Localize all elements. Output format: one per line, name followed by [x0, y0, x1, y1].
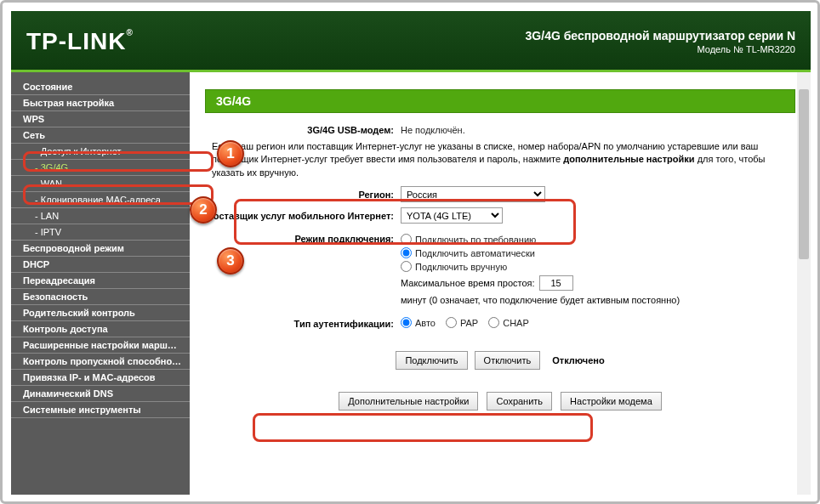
marker-1: 1 [217, 140, 244, 167]
marker-2: 2 [190, 196, 217, 224]
nav-item-13[interactable]: Безопасность [11, 289, 190, 305]
nav-item-5[interactable]: - 3G/4G [11, 160, 190, 176]
conn-mode-demand[interactable] [401, 234, 412, 245]
conn-mode-auto[interactable] [401, 247, 412, 258]
nav-item-3[interactable]: Сеть [11, 127, 190, 144]
conn-mode-manual[interactable] [401, 261, 412, 272]
product-model: Модель № TL-MR3220 [526, 44, 795, 54]
nav-item-6[interactable]: - WAN [11, 176, 190, 192]
info-note: Если ваш регион или поставщик Интернет-у… [205, 140, 795, 179]
sidebar-nav: СостояниеБыстрая настройкаWPSСеть- Досту… [11, 72, 190, 495]
section-title: 3G/4G [205, 89, 795, 113]
max-idle-label: Максимальное время простоя: [401, 278, 535, 288]
auth-auto[interactable] [401, 317, 412, 328]
conn-mode-label: Режим подключения: [205, 234, 401, 244]
nav-item-7[interactable]: - Клонирование MAC-адреса [11, 192, 190, 208]
nav-item-18[interactable]: Привязка IP- и MAC-адресов [11, 370, 190, 386]
nav-item-15[interactable]: Контроль доступа [11, 321, 190, 337]
auth-chap[interactable] [488, 317, 499, 328]
modem-settings-button[interactable]: Настройки модема [561, 392, 662, 411]
header: TP-LINK® 3G/4G беспроводной маршрутизато… [11, 11, 811, 72]
nav-item-10[interactable]: Беспроводной режим [11, 241, 190, 257]
location-select[interactable]: Россия [401, 186, 545, 202]
marker-3: 3 [217, 247, 244, 275]
isp-label: Поставщик услуг мобильного Интернет: [205, 211, 401, 221]
main-content: 3G/4G 3G/4G USB-модем: Не подключён. Есл… [190, 72, 811, 495]
scroll-thumb[interactable] [799, 89, 809, 259]
nav-item-20[interactable]: Системные инструменты [11, 402, 190, 418]
save-button[interactable]: Сохранить [487, 392, 552, 411]
conn-status: Отключено [552, 355, 604, 365]
max-idle-input[interactable] [539, 275, 573, 291]
isp-select[interactable]: YOTA (4G LTE) [401, 207, 503, 224]
location-label: Регион: [205, 190, 401, 200]
advanced-settings-button[interactable]: Дополнительные настройки [339, 392, 478, 411]
header-info: 3G/4G беспроводной маршрутизатор серии N… [526, 29, 795, 54]
nav-item-16[interactable]: Расширенные настройки маршрутизации [11, 337, 190, 354]
modem-status: Не подключён. [401, 125, 795, 135]
nav-item-12[interactable]: Переадресация [11, 273, 190, 289]
nav-item-1[interactable]: Быстрая настройка [11, 95, 190, 111]
disconnect-button[interactable]: Отключить [475, 351, 541, 370]
modem-label: 3G/4G USB-модем: [205, 125, 401, 135]
nav-item-8[interactable]: - LAN [11, 208, 190, 224]
connect-button[interactable]: Подключить [396, 351, 467, 370]
nav-item-9[interactable]: - IPTV [11, 224, 190, 241]
product-title: 3G/4G беспроводной маршрутизатор серии N [526, 29, 795, 42]
nav-item-4[interactable]: - Доступ к Интернет [11, 144, 190, 160]
nav-item-19[interactable]: Динамический DNS [11, 386, 190, 402]
auth-label: Тип аутентификации: [205, 319, 401, 329]
brand-logo: TP-LINK® [26, 28, 134, 55]
nav-item-11[interactable]: DHCP [11, 257, 190, 273]
vscrollbar[interactable] [797, 72, 811, 495]
nav-item-0[interactable]: Состояние [11, 79, 190, 95]
max-idle-suffix: минут (0 означает, что подключение будет… [401, 295, 680, 305]
nav-item-14[interactable]: Родительский контроль [11, 305, 190, 321]
auth-pap[interactable] [446, 317, 457, 328]
nav-item-17[interactable]: Контроль пропускной способности [11, 354, 190, 370]
nav-item-2[interactable]: WPS [11, 111, 190, 127]
